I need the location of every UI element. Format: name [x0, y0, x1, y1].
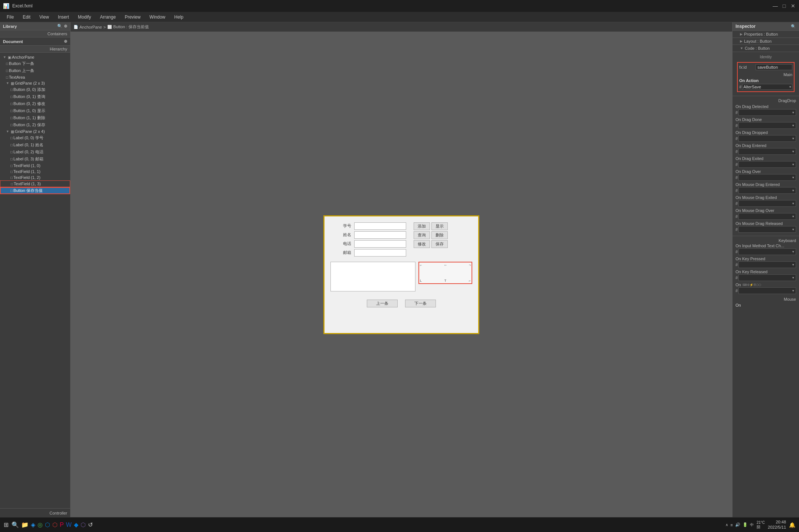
- menu-window[interactable]: Window: [146, 14, 169, 20]
- btn-save-preview[interactable]: 保存: [431, 240, 448, 248]
- menu-arrange[interactable]: Arrange: [96, 14, 120, 20]
- input-dianhua[interactable]: [354, 240, 406, 248]
- tab-properties[interactable]: ▶ Properties : Button: [733, 31, 799, 38]
- tree-item-btn-11[interactable]: □ Button (1, 1) 删除: [0, 114, 70, 121]
- event-input[interactable]: ▾: [738, 135, 796, 142]
- event-input[interactable]: ▾: [738, 187, 796, 194]
- menu-insert[interactable]: Insert: [54, 14, 73, 20]
- btn-delete[interactable]: 删除: [431, 231, 448, 239]
- event-input[interactable]: ▾: [738, 274, 796, 281]
- menu-edit[interactable]: Edit: [19, 14, 34, 20]
- tree-item-tf-12[interactable]: □ TextField (1, 2): [0, 174, 70, 180]
- event-input[interactable]: ▾: [738, 161, 796, 168]
- github-icon[interactable]: ⬡: [81, 521, 86, 528]
- library-search-icon[interactable]: 🔍: [57, 24, 62, 29]
- input-xuehao[interactable]: [354, 222, 406, 230]
- tree-item-lbl-00[interactable]: □ Label (0, 0) 学号: [0, 134, 70, 141]
- tree-item-tf-11[interactable]: □ TextField (1, 1): [0, 169, 70, 174]
- word-icon[interactable]: W: [66, 522, 72, 528]
- tab-code[interactable]: ▼ Code : Button: [733, 45, 799, 52]
- action-dropdown[interactable]: AlterSave ▾: [742, 84, 792, 90]
- tree-item-btn-00[interactable]: □ Button (0, 0) 添加: [0, 86, 70, 93]
- btn-next[interactable]: 下一条: [405, 300, 436, 307]
- containers-label: Containers: [0, 30, 70, 37]
- file-explorer-icon[interactable]: 📁: [21, 521, 29, 528]
- tree-item-tf-13[interactable]: □ TextField (1, 3): [0, 180, 70, 187]
- tree-item-lbl-02[interactable]: □ Label (0, 2) 电话: [0, 148, 70, 156]
- tree-item-btn-02[interactable]: □ Button (0, 2) 修改: [0, 100, 70, 107]
- maximize-button[interactable]: □: [781, 3, 787, 9]
- event-input[interactable]: ▾: [738, 200, 796, 207]
- minimize-button[interactable]: —: [772, 3, 778, 9]
- menu-help[interactable]: Help: [170, 14, 187, 20]
- menu-modify[interactable]: Modify: [74, 14, 95, 20]
- tree-item-lbl-01[interactable]: □ Label (0, 1) 姓名: [0, 141, 70, 148]
- event-input[interactable]: ▾: [738, 248, 796, 255]
- tree-item-btn-10[interactable]: □ Button (1, 0) 显示: [0, 107, 70, 114]
- keyboard-layout-icon[interactable]: 中: [750, 522, 754, 528]
- battery-icon[interactable]: 🔋: [743, 522, 748, 527]
- event-input[interactable]: ▾: [738, 213, 796, 220]
- breadcrumb-part1[interactable]: AnchorPane: [79, 25, 102, 29]
- tree-item-btn-shang[interactable]: □ Button 上一条: [0, 67, 70, 74]
- tree-item-btn-save[interactable]: □ Button 保存当值: [0, 187, 70, 194]
- network-icon[interactable]: ≡: [730, 523, 733, 527]
- tree-item-btn-12[interactable]: □ Button (1, 2) 保存: [0, 121, 70, 128]
- event-input[interactable]: ▾: [738, 109, 796, 116]
- btn-query[interactable]: 查询: [414, 231, 430, 239]
- edge-icon[interactable]: ◈: [31, 521, 35, 528]
- document-icon[interactable]: ⊕: [64, 39, 67, 44]
- btn-show[interactable]: 显示: [431, 222, 448, 230]
- tree-item-lbl-03[interactable]: □ Label (0, 3) 邮箱: [0, 156, 70, 163]
- close-button[interactable]: ✕: [790, 3, 796, 9]
- tab-code-label: Code : Button: [745, 46, 770, 50]
- tree-item-textarea[interactable]: □ TextArea: [0, 74, 70, 80]
- btn-add[interactable]: 添加: [414, 222, 430, 230]
- taskbar-left: ⊞ 🔍 📁 ◈ ◎ ⬡ ⬡ P W ◆ ⬡ ↺: [4, 521, 93, 528]
- app1-icon[interactable]: ◆: [74, 521, 78, 528]
- library-more-icon[interactable]: ⊕: [64, 24, 67, 29]
- handle-tr: ¬: [469, 263, 471, 267]
- tree-item-btn-01[interactable]: □ Button (0, 1) 查询: [0, 93, 70, 100]
- input-xingming[interactable]: [354, 231, 406, 239]
- tree-item-gridpane-2x4[interactable]: ▼ ▦ GridPane (2 x 4): [0, 128, 70, 134]
- btn-prev[interactable]: 上一条: [367, 300, 398, 307]
- event-input[interactable]: ▾: [738, 261, 796, 268]
- vscode-icon[interactable]: ⬡: [45, 521, 50, 528]
- event-input[interactable]: ▾: [738, 174, 796, 181]
- tree-item-btn-xia[interactable]: □ Button 下一条: [0, 60, 70, 67]
- text-area-field[interactable]: [330, 262, 415, 291]
- volume-icon[interactable]: 🔊: [735, 522, 740, 527]
- event-input[interactable]: ▾: [738, 226, 796, 233]
- chrome-icon[interactable]: ◎: [37, 521, 43, 528]
- handle-bm: T: [444, 279, 447, 283]
- tree-item-anchorpane[interactable]: ▼ ▣ AnchorPane: [0, 54, 70, 60]
- hash-icon: #: [736, 162, 738, 167]
- weather-info[interactable]: 21°C 阴: [757, 520, 765, 529]
- menu-preview[interactable]: Preview: [121, 14, 144, 20]
- search-taskbar-icon[interactable]: 🔍: [12, 521, 19, 528]
- chevron-up-icon[interactable]: ∧: [725, 523, 728, 527]
- btn-modify[interactable]: 修改: [414, 240, 430, 248]
- tab-layout[interactable]: ▶ Layout : Button: [733, 38, 799, 45]
- time-info[interactable]: 20:48 2022/5/11: [768, 520, 786, 529]
- notification-icon[interactable]: 🔔: [789, 522, 795, 528]
- tree-item-tf-10[interactable]: □ TextField (1, 0): [0, 163, 70, 169]
- label-youxiang: 邮箱: [330, 249, 353, 257]
- fxid-value[interactable]: saveButton: [756, 64, 792, 70]
- input-youxiang[interactable]: [354, 249, 406, 257]
- event-input[interactable]: ▾: [738, 148, 796, 155]
- ppt-icon[interactable]: P: [60, 522, 64, 528]
- event-input[interactable]: ▾: [738, 122, 796, 129]
- start-button[interactable]: ⊞: [4, 521, 9, 528]
- event-field: # ▾: [736, 109, 796, 116]
- history-icon[interactable]: ↺: [88, 521, 93, 528]
- inspector-search-icon[interactable]: 🔍: [791, 24, 796, 29]
- menu-view[interactable]: View: [36, 14, 53, 20]
- hash-icon: #: [736, 110, 738, 115]
- tree-item-gridpane-2x3[interactable]: ▼ ▦ GridPane (2 x 3): [0, 80, 70, 86]
- breadcrumb-sep: >: [104, 25, 106, 29]
- event-input[interactable]: ▾: [738, 287, 796, 294]
- menu-file[interactable]: File: [3, 14, 17, 20]
- javafx-icon[interactable]: ⬡: [52, 521, 58, 528]
